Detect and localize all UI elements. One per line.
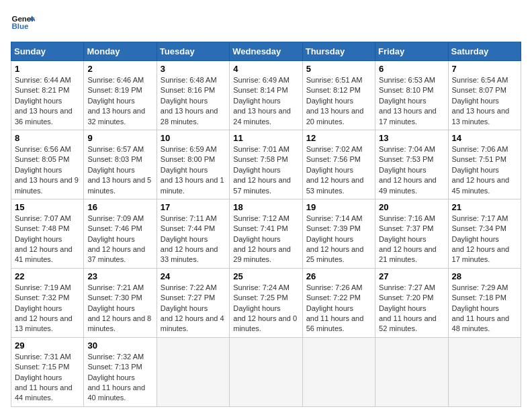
logo-icon: General Blue bbox=[11, 11, 35, 35]
calendar-cell bbox=[157, 337, 229, 406]
calendar-cell: 28 Sunrise: 7:29 AMSunset: 7:18 PMDaylig… bbox=[448, 268, 521, 337]
calendar-cell: 3 Sunrise: 6:48 AMSunset: 8:16 PMDayligh… bbox=[157, 61, 229, 130]
col-header-thursday: Thursday bbox=[302, 42, 375, 61]
calendar-cell bbox=[448, 337, 521, 406]
day-number: 23 bbox=[87, 271, 152, 281]
calendar-cell: 14 Sunrise: 7:06 AMSunset: 7:51 PMDaylig… bbox=[448, 130, 521, 199]
calendar-cell: 6 Sunrise: 6:53 AMSunset: 8:10 PMDayligh… bbox=[375, 61, 448, 130]
day-number: 19 bbox=[306, 202, 371, 212]
day-number: 5 bbox=[306, 64, 371, 74]
calendar-cell: 24 Sunrise: 7:22 AMSunset: 7:27 PMDaylig… bbox=[157, 268, 229, 337]
calendar-cell: 13 Sunrise: 7:04 AMSunset: 7:53 PMDaylig… bbox=[375, 130, 448, 199]
calendar-cell: 26 Sunrise: 7:26 AMSunset: 7:22 PMDaylig… bbox=[302, 268, 375, 337]
day-info: Sunrise: 7:04 AMSunset: 7:53 PMDaylight … bbox=[379, 145, 437, 195]
calendar-cell bbox=[375, 337, 448, 406]
day-info: Sunrise: 7:16 AMSunset: 7:37 PMDaylight … bbox=[379, 214, 437, 264]
day-number: 27 bbox=[379, 271, 444, 281]
calendar-cell: 4 Sunrise: 6:49 AMSunset: 8:14 PMDayligh… bbox=[230, 61, 302, 130]
day-number: 2 bbox=[87, 64, 152, 74]
calendar-week-row: 29 Sunrise: 7:31 AMSunset: 7:15 PMDaylig… bbox=[11, 337, 521, 406]
calendar-cell: 7 Sunrise: 6:54 AMSunset: 8:07 PMDayligh… bbox=[448, 61, 521, 130]
col-header-friday: Friday bbox=[375, 42, 448, 61]
day-number: 20 bbox=[379, 202, 444, 212]
day-info: Sunrise: 7:22 AMSunset: 7:27 PMDaylight … bbox=[161, 283, 224, 333]
calendar-cell: 22 Sunrise: 7:19 AMSunset: 7:32 PMDaylig… bbox=[11, 268, 84, 337]
day-number: 26 bbox=[306, 271, 371, 281]
calendar-table: SundayMondayTuesdayWednesdayThursdayFrid… bbox=[11, 42, 521, 407]
day-number: 21 bbox=[452, 202, 517, 212]
col-header-monday: Monday bbox=[84, 42, 157, 61]
day-info: Sunrise: 6:59 AMSunset: 8:00 PMDaylight … bbox=[161, 145, 224, 195]
day-number: 28 bbox=[452, 271, 517, 281]
calendar-cell: 23 Sunrise: 7:21 AMSunset: 7:30 PMDaylig… bbox=[84, 268, 157, 337]
day-info: Sunrise: 6:46 AMSunset: 8:19 PMDaylight … bbox=[87, 76, 145, 126]
day-info: Sunrise: 6:44 AMSunset: 8:21 PMDaylight … bbox=[15, 76, 73, 126]
calendar-cell: 2 Sunrise: 6:46 AMSunset: 8:19 PMDayligh… bbox=[84, 61, 157, 130]
calendar-cell: 20 Sunrise: 7:16 AMSunset: 7:37 PMDaylig… bbox=[375, 199, 448, 268]
day-number: 8 bbox=[15, 133, 80, 143]
calendar-cell: 12 Sunrise: 7:02 AMSunset: 7:56 PMDaylig… bbox=[302, 130, 375, 199]
day-number: 1 bbox=[15, 64, 80, 74]
day-info: Sunrise: 7:26 AMSunset: 7:22 PMDaylight … bbox=[306, 283, 364, 333]
day-info: Sunrise: 7:02 AMSunset: 7:56 PMDaylight … bbox=[306, 145, 364, 195]
svg-text:Blue: Blue bbox=[11, 22, 29, 30]
day-number: 14 bbox=[452, 133, 517, 143]
day-number: 18 bbox=[233, 202, 298, 212]
calendar-cell: 29 Sunrise: 7:31 AMSunset: 7:15 PMDaylig… bbox=[11, 337, 84, 406]
calendar-cell: 5 Sunrise: 6:51 AMSunset: 8:12 PMDayligh… bbox=[302, 61, 375, 130]
day-info: Sunrise: 7:11 AMSunset: 7:44 PMDaylight … bbox=[161, 214, 218, 264]
day-info: Sunrise: 7:21 AMSunset: 7:30 PMDaylight … bbox=[87, 283, 151, 333]
calendar-cell: 16 Sunrise: 7:09 AMSunset: 7:46 PMDaylig… bbox=[84, 199, 157, 268]
col-header-saturday: Saturday bbox=[448, 42, 521, 61]
day-info: Sunrise: 6:56 AMSunset: 8:05 PMDaylight … bbox=[15, 145, 79, 195]
calendar-cell bbox=[230, 337, 302, 406]
calendar-cell: 1 Sunrise: 6:44 AMSunset: 8:21 PMDayligh… bbox=[11, 61, 84, 130]
day-number: 24 bbox=[161, 271, 226, 281]
day-number: 16 bbox=[87, 202, 152, 212]
day-info: Sunrise: 6:48 AMSunset: 8:16 PMDaylight … bbox=[161, 76, 218, 126]
calendar-cell: 30 Sunrise: 7:32 AMSunset: 7:13 PMDaylig… bbox=[84, 337, 157, 406]
calendar-cell: 25 Sunrise: 7:24 AMSunset: 7:25 PMDaylig… bbox=[230, 268, 302, 337]
day-number: 11 bbox=[233, 133, 298, 143]
calendar-cell: 18 Sunrise: 7:12 AMSunset: 7:41 PMDaylig… bbox=[230, 199, 302, 268]
col-header-wednesday: Wednesday bbox=[230, 42, 302, 61]
calendar-cell: 9 Sunrise: 6:57 AMSunset: 8:03 PMDayligh… bbox=[84, 130, 157, 199]
day-number: 7 bbox=[452, 64, 517, 74]
calendar-body: 1 Sunrise: 6:44 AMSunset: 8:21 PMDayligh… bbox=[11, 61, 521, 407]
day-info: Sunrise: 6:57 AMSunset: 8:03 PMDaylight … bbox=[87, 145, 151, 195]
day-number: 9 bbox=[87, 133, 152, 143]
day-number: 30 bbox=[87, 340, 152, 351]
calendar-cell: 27 Sunrise: 7:27 AMSunset: 7:20 PMDaylig… bbox=[375, 268, 448, 337]
day-info: Sunrise: 7:31 AMSunset: 7:15 PMDaylight … bbox=[15, 353, 73, 402]
logo: General Blue bbox=[11, 11, 38, 35]
calendar-cell: 15 Sunrise: 7:07 AMSunset: 7:48 PMDaylig… bbox=[11, 199, 84, 268]
day-info: Sunrise: 7:24 AMSunset: 7:25 PMDaylight … bbox=[233, 283, 297, 333]
day-number: 10 bbox=[161, 133, 226, 143]
day-info: Sunrise: 6:49 AMSunset: 8:14 PMDaylight … bbox=[233, 76, 291, 126]
day-number: 15 bbox=[15, 202, 80, 212]
calendar-cell: 8 Sunrise: 6:56 AMSunset: 8:05 PMDayligh… bbox=[11, 130, 84, 199]
calendar-header-row: SundayMondayTuesdayWednesdayThursdayFrid… bbox=[11, 42, 521, 61]
calendar-week-row: 22 Sunrise: 7:19 AMSunset: 7:32 PMDaylig… bbox=[11, 268, 521, 337]
day-number: 22 bbox=[15, 271, 80, 281]
day-info: Sunrise: 6:53 AMSunset: 8:10 PMDaylight … bbox=[379, 76, 437, 126]
day-info: Sunrise: 7:12 AMSunset: 7:41 PMDaylight … bbox=[233, 214, 291, 264]
day-info: Sunrise: 7:29 AMSunset: 7:18 PMDaylight … bbox=[452, 283, 510, 333]
day-number: 3 bbox=[161, 64, 226, 74]
calendar-cell: 17 Sunrise: 7:11 AMSunset: 7:44 PMDaylig… bbox=[157, 199, 229, 268]
day-number: 6 bbox=[379, 64, 444, 74]
calendar-cell bbox=[302, 337, 375, 406]
calendar-week-row: 15 Sunrise: 7:07 AMSunset: 7:48 PMDaylig… bbox=[11, 199, 521, 268]
day-number: 17 bbox=[161, 202, 226, 212]
calendar-cell: 21 Sunrise: 7:17 AMSunset: 7:34 PMDaylig… bbox=[448, 199, 521, 268]
day-info: Sunrise: 7:09 AMSunset: 7:46 PMDaylight … bbox=[87, 214, 145, 264]
day-number: 29 bbox=[15, 340, 80, 351]
day-info: Sunrise: 7:27 AMSunset: 7:20 PMDaylight … bbox=[379, 283, 437, 333]
day-number: 12 bbox=[306, 133, 371, 143]
day-number: 25 bbox=[233, 271, 298, 281]
day-info: Sunrise: 6:54 AMSunset: 8:07 PMDaylight … bbox=[452, 76, 510, 126]
day-info: Sunrise: 7:07 AMSunset: 7:48 PMDaylight … bbox=[15, 214, 73, 264]
col-header-sunday: Sunday bbox=[11, 42, 84, 61]
calendar-cell: 11 Sunrise: 7:01 AMSunset: 7:58 PMDaylig… bbox=[230, 130, 302, 199]
col-header-tuesday: Tuesday bbox=[157, 42, 229, 61]
